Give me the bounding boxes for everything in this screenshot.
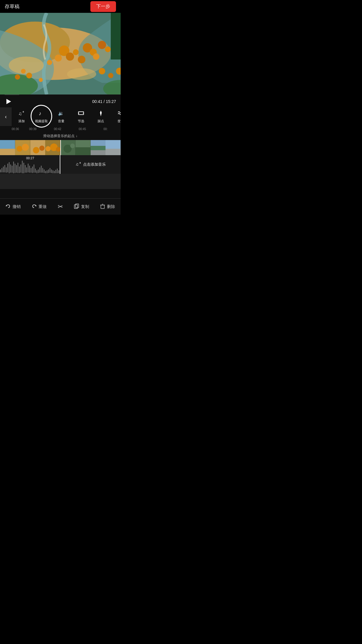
back-button[interactable]: ‹ (0, 107, 12, 126)
svg-point-41 (33, 147, 39, 153)
delete-icon (100, 204, 105, 210)
svg-point-6 (73, 49, 79, 55)
svg-point-22 (15, 74, 20, 80)
svg-rect-66 (13, 162, 14, 173)
timestamp-1: 00:39 (29, 127, 36, 131)
tool-add[interactable]: ♫ + 添加 (12, 107, 31, 126)
svg-point-13 (78, 56, 85, 63)
svg-point-42 (39, 146, 44, 151)
svg-rect-63 (9, 162, 10, 173)
svg-rect-88 (45, 171, 46, 173)
volume-icon: 🔉 (58, 110, 64, 118)
undo-button[interactable]: 撤销 (6, 204, 21, 210)
svg-text:+: + (79, 161, 81, 164)
svg-rect-96 (57, 169, 58, 173)
tool-voice-change[interactable]: 变声 (111, 107, 121, 126)
svg-rect-85 (41, 166, 42, 173)
svg-marker-34 (100, 111, 102, 116)
tool-add-label: 添加 (18, 119, 25, 123)
delete-button[interactable]: 删除 (100, 204, 115, 210)
svg-rect-72 (22, 161, 23, 173)
undo-icon (6, 204, 11, 210)
svg-rect-60 (4, 165, 5, 172)
svg-rect-51 (75, 147, 91, 155)
hint-row: 滑动选择音乐的起点 ↓ (0, 132, 121, 140)
tool-volume[interactable]: 🔉 音量 (51, 107, 71, 126)
svg-rect-94 (54, 171, 55, 173)
timeline-area: 00:41 / 15:27 ‹ ♫ + 添加 ♪ 视频提取 (0, 94, 121, 198)
svg-rect-84 (39, 167, 40, 173)
timestamp-0: 00:36 (12, 127, 19, 131)
svg-text:+: + (22, 110, 24, 113)
svg-rect-70 (19, 167, 20, 173)
copy-icon (74, 204, 79, 210)
svg-rect-76 (28, 164, 29, 172)
hint-text: 滑动选择音乐的起点 ↓ (43, 134, 77, 139)
back-chevron-icon: ‹ (5, 114, 7, 120)
tool-beat[interactable]: 踩点 (91, 107, 111, 126)
svg-rect-36 (0, 149, 15, 155)
svg-rect-89 (47, 170, 48, 173)
svg-point-16 (9, 57, 44, 74)
tool-video-extract[interactable]: ♪ 视频提取 (31, 107, 51, 126)
video-extract-icon: ♪ (38, 110, 45, 118)
tool-voice-change-label: 变声 (117, 119, 121, 123)
thumb-8 (106, 140, 121, 155)
svg-rect-59 (3, 167, 4, 172)
svg-point-39 (22, 144, 29, 151)
thumb-4 (45, 140, 60, 155)
svg-rect-95 (55, 170, 56, 173)
play-button[interactable] (5, 97, 13, 106)
svg-point-38 (17, 146, 22, 152)
svg-rect-93 (52, 170, 53, 173)
tools-row: ‹ ♫ + 添加 ♪ 视频提取 (0, 107, 121, 126)
svg-text:🔉: 🔉 (58, 111, 64, 116)
waveform-time: 00:27 (26, 156, 34, 160)
progress-bar (5, 94, 19, 95)
svg-point-24 (99, 68, 105, 74)
play-triangle-icon (6, 99, 11, 104)
waveform-playhead (60, 155, 60, 174)
svg-rect-67 (15, 164, 15, 173)
next-button[interactable]: 下一步 (90, 1, 116, 12)
timestamp-2: 00:42 (54, 127, 61, 131)
svg-rect-56 (106, 149, 121, 155)
svg-rect-102 (74, 205, 78, 209)
add-music-label: 点击添加音乐 (83, 162, 106, 167)
svg-rect-78 (31, 168, 31, 173)
cut-button[interactable]: ✂ (58, 203, 63, 211)
waveform-svg (0, 159, 60, 174)
svg-rect-64 (10, 164, 11, 173)
svg-text:♪: ♪ (39, 111, 41, 116)
svg-rect-54 (91, 150, 106, 155)
svg-rect-58 (1, 168, 2, 172)
add-music-plus-icon: ♫ + (75, 161, 81, 168)
svg-rect-82 (36, 170, 37, 173)
svg-rect-103 (75, 204, 79, 208)
tool-selection[interactable]: 节选 (71, 107, 91, 126)
svg-rect-61 (6, 167, 7, 173)
svg-point-7 (47, 60, 52, 65)
svg-point-21 (26, 73, 32, 78)
audio-row: 00:27 (0, 155, 121, 174)
svg-rect-73 (23, 163, 24, 173)
add-music-area[interactable]: ♫ + 点击添加音乐 (60, 155, 121, 174)
thumb-3 (30, 140, 45, 155)
svg-text:♫: ♫ (75, 162, 79, 167)
timestamps-row: 00:36 00:39 00:42 00:45 00: (0, 126, 121, 132)
time-display: 00:41 / 15:27 (92, 99, 116, 104)
svg-rect-69 (17, 163, 18, 173)
tool-selection-label: 节选 (78, 119, 84, 123)
svg-rect-91 (50, 168, 50, 173)
svg-point-20 (21, 69, 26, 74)
svg-rect-74 (25, 165, 26, 173)
scissors-icon: ✂ (58, 203, 63, 211)
svg-point-17 (67, 68, 96, 80)
save-draft-button[interactable]: 存草稿 (5, 3, 20, 10)
svg-rect-65 (12, 166, 13, 173)
delete-label: 删除 (107, 204, 115, 209)
svg-rect-81 (35, 169, 36, 173)
copy-button[interactable]: 复制 (74, 204, 89, 210)
svg-point-49 (70, 144, 75, 148)
redo-button[interactable]: 重做 (31, 204, 47, 210)
